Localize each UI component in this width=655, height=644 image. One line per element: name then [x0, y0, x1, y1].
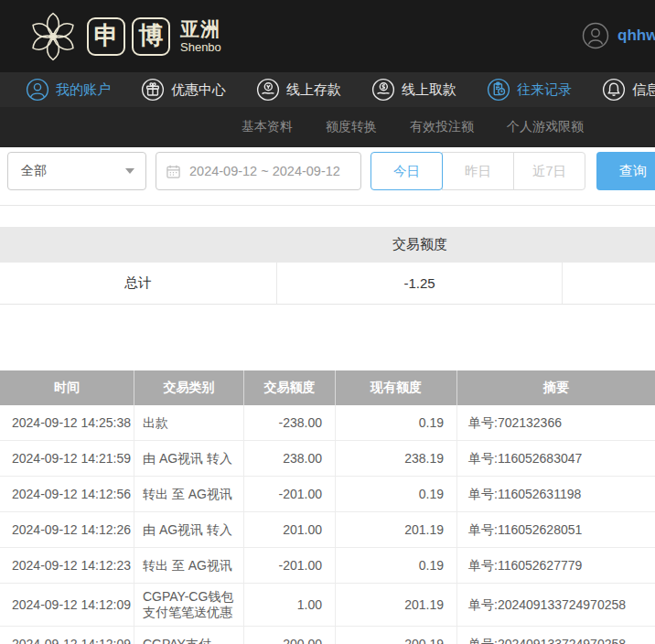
cell-note: 单号:116052628051	[457, 512, 655, 547]
cell-time: 2024-09-12 14:12:23	[0, 548, 134, 583]
summary-table: 交易额度 总计 -1.25	[0, 227, 655, 305]
category-select-value: 全部	[21, 163, 47, 179]
table-header-row: 时间 交易类别 交易额度 现有额度 摘要	[0, 370, 655, 405]
nav-label: 我的账户	[56, 81, 111, 99]
table-row: 2024-09-12 14:12:26 由 AG视讯 转入 201.00 201…	[0, 512, 655, 548]
username-text[interactable]: qhhw	[617, 27, 655, 45]
table-row: 2024-09-12 14:12:56 转出 至 AG视讯 -201.00 0.…	[0, 477, 655, 512]
withdraw-icon	[371, 78, 395, 102]
logo-char-shen: 申	[87, 17, 125, 56]
cell-balance: 200.19	[336, 627, 457, 644]
quick-date-group: 今日 昨日 近7日	[370, 152, 585, 190]
brand-logo[interactable]: 申 博 亚洲 Shenbo	[26, 9, 221, 64]
cell-note: 单号:116052683047	[457, 441, 655, 476]
query-button[interactable]: 查询	[596, 152, 655, 190]
column-header-type: 交易类别	[134, 370, 244, 405]
logo-char-bo: 博	[132, 17, 170, 56]
summary-header-label: 交易额度	[277, 227, 563, 263]
column-header-note: 摘要	[457, 370, 655, 405]
cell-amount: 200.00	[244, 627, 336, 644]
cell-balance: 0.19	[336, 548, 457, 583]
gift-icon	[141, 78, 165, 102]
sub-nav: 基本资料 额度转换 有效投注额 个人游戏限额	[0, 107, 655, 147]
summary-header-spacer	[563, 227, 655, 263]
category-select[interactable]: 全部	[7, 152, 146, 190]
today-button[interactable]: 今日	[370, 152, 443, 190]
subnav-item-basic-info[interactable]: 基本资料	[242, 119, 293, 135]
brand-text: 亚洲 Shenbo	[180, 19, 221, 53]
nav-item-messages[interactable]: 信息	[602, 78, 655, 102]
nav-item-records[interactable]: 往来记录	[487, 78, 572, 102]
summary-total-row: 总计 -1.25	[0, 263, 655, 305]
nav-label: 往来记录	[517, 81, 572, 99]
cell-balance: 0.19	[336, 405, 457, 440]
summary-header-row: 交易额度	[0, 227, 655, 263]
cell-note: 单号:116052631198	[457, 477, 655, 511]
cell-balance: 0.19	[336, 477, 457, 511]
brand-region: 亚洲	[180, 19, 221, 38]
column-header-amount: 交易额度	[244, 370, 336, 405]
cell-type: 转出 至 AG视讯	[134, 477, 244, 511]
last7days-button[interactable]: 近7日	[513, 152, 585, 190]
nav-item-promotions[interactable]: 优惠中心	[141, 78, 226, 102]
date-range-picker[interactable]: 2024-09-12 ~ 2024-09-12	[156, 152, 361, 190]
nav-item-my-account[interactable]: 我的账户	[26, 78, 111, 102]
user-account[interactable]: qhhw	[582, 22, 655, 49]
nav-label: 线上取款	[402, 81, 456, 99]
filter-bar: 全部 2024-09-12 ~ 2024-09-12 今日 昨日 近7日 查询	[0, 147, 655, 206]
yesterday-button[interactable]: 昨日	[442, 152, 514, 190]
summary-total-label: 总计	[0, 263, 277, 304]
cell-note: 单号:202409133724970258	[457, 627, 655, 644]
cell-amount: -201.00	[244, 477, 336, 511]
cell-type: 转出 至 AG视讯	[134, 548, 244, 583]
nav-label: 线上存款	[286, 81, 341, 99]
cell-time: 2024-09-12 14:12:26	[0, 512, 134, 547]
cell-amount: 1.00	[244, 584, 336, 626]
subnav-item-valid-bets[interactable]: 有效投注额	[410, 119, 474, 135]
main-nav: 我的账户 优惠中心 线上存款 线上取款	[0, 72, 655, 107]
table-row: 2024-09-12 14:25:38 出款 -238.00 0.19 单号:7…	[0, 405, 655, 441]
cell-type: 出款	[134, 405, 244, 440]
chevron-down-icon	[125, 168, 134, 174]
bell-icon	[602, 78, 626, 102]
cell-type: 由 AG视讯 转入	[134, 441, 244, 476]
nav-item-deposit[interactable]: 线上存款	[256, 78, 341, 102]
cell-amount: 201.00	[244, 512, 336, 547]
cell-amount: -238.00	[244, 405, 336, 440]
cell-type: CGPAY支付	[134, 627, 244, 644]
summary-header-spacer	[0, 227, 277, 263]
date-range-value: 2024-09-12 ~ 2024-09-12	[189, 164, 340, 178]
table-row: 2024-09-12 14:12:09 CGPAY-CG钱包支付笔笔送优惠 1.…	[0, 584, 655, 627]
cell-amount: -201.00	[244, 548, 336, 583]
summary-total-value: -1.25	[277, 263, 563, 304]
records-icon	[487, 78, 510, 102]
table-row: 2024-09-12 14:12:23 转出 至 AG视讯 -201.00 0.…	[0, 548, 655, 584]
cell-balance: 201.19	[336, 512, 457, 547]
calendar-icon	[166, 164, 181, 179]
cell-balance: 201.19	[336, 584, 457, 626]
table-row: 2024-09-12 14:12:09 CGPAY支付 200.00 200.1…	[0, 627, 655, 644]
cell-time: 2024-09-12 14:25:38	[0, 405, 134, 440]
table-row: 2024-09-12 14:21:59 由 AG视讯 转入 238.00 238…	[0, 441, 655, 477]
transactions-table: 时间 交易类别 交易额度 现有额度 摘要 2024-09-12 14:25:38…	[0, 370, 655, 644]
cell-type: 由 AG视讯 转入	[134, 512, 244, 547]
cell-amount: 238.00	[244, 441, 336, 476]
cell-note: 单号:116052627779	[457, 548, 655, 583]
nav-label: 优惠中心	[171, 81, 226, 99]
subnav-item-game-limits[interactable]: 个人游戏限额	[507, 119, 584, 135]
cell-time: 2024-09-12 14:12:09	[0, 627, 134, 644]
column-header-balance: 现有额度	[336, 370, 457, 405]
nav-label: 信息	[632, 81, 655, 99]
summary-empty-cell	[563, 263, 655, 304]
cell-type: CGPAY-CG钱包支付笔笔送优惠	[134, 584, 244, 626]
flower-logo-icon	[26, 9, 81, 64]
cell-balance: 238.19	[336, 441, 457, 476]
column-header-time: 时间	[0, 370, 134, 405]
cell-time: 2024-09-12 14:21:59	[0, 441, 134, 476]
cell-note: 单号:702132366	[457, 405, 655, 440]
nav-item-withdraw[interactable]: 线上取款	[371, 78, 456, 102]
subnav-item-quota-transfer[interactable]: 额度转换	[326, 119, 377, 135]
cell-time: 2024-09-12 14:12:56	[0, 477, 134, 511]
user-icon	[26, 78, 49, 102]
top-header: 申 博 亚洲 Shenbo qhhw	[0, 0, 655, 72]
